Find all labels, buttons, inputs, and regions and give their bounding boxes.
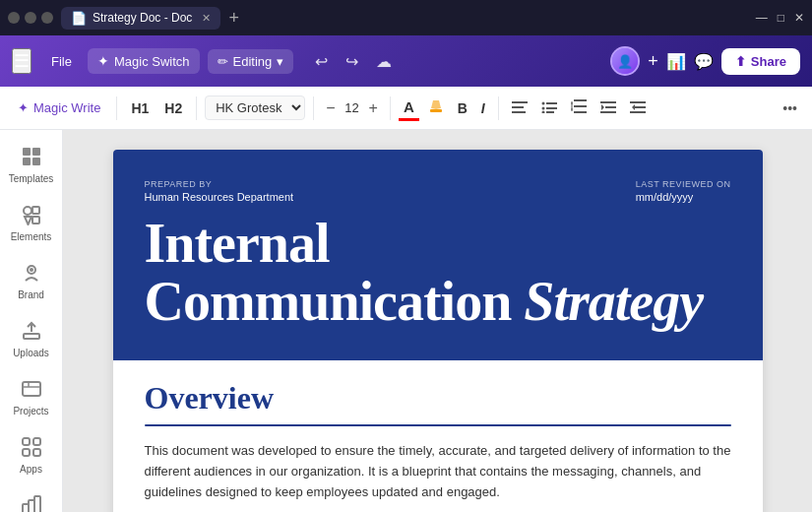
line-height-button[interactable] xyxy=(566,96,592,119)
active-tab[interactable]: 📄 Strategy Doc - Doc ✕ xyxy=(61,7,220,30)
sidebar-item-brand[interactable]: Brand xyxy=(4,254,59,308)
share-button[interactable]: ⬆ Share xyxy=(721,48,800,75)
nav-center-controls: ↩ ↪ ☁ xyxy=(309,48,398,75)
doc-title-line1: Internal xyxy=(145,215,731,273)
extra-icon xyxy=(21,494,42,512)
dot-1 xyxy=(8,12,20,24)
indent-button[interactable] xyxy=(595,96,621,119)
magic-switch-button[interactable]: ✦ Magic Switch xyxy=(88,48,200,74)
add-people-button[interactable]: + xyxy=(648,51,658,72)
font-size-increase[interactable]: + xyxy=(365,97,382,119)
sidebar: Templates Elements Brand Uploads Project… xyxy=(0,130,63,512)
maximize-button[interactable]: □ xyxy=(778,11,784,25)
svg-point-23 xyxy=(24,207,31,215)
editing-button[interactable]: ✏ Editing ▾ xyxy=(208,49,294,74)
sidebar-item-elements[interactable]: Elements xyxy=(4,196,59,250)
title-strategy: Strategy xyxy=(511,271,703,332)
apps-label: Apps xyxy=(20,464,42,475)
hamburger-menu[interactable]: ☰ xyxy=(12,48,31,74)
redo-button[interactable]: ↪ xyxy=(340,48,364,75)
font-size-control: − 12 + xyxy=(322,97,382,119)
svg-rect-5 xyxy=(546,102,557,104)
comments-button[interactable]: 💬 xyxy=(694,52,714,71)
window-controls xyxy=(8,12,53,24)
align-left-button[interactable] xyxy=(507,96,532,119)
prepared-by-section: PREPARED BY Human Resources Department xyxy=(145,179,294,203)
overview-title: Overview xyxy=(145,380,731,416)
svg-rect-0 xyxy=(430,109,442,112)
heading2-button[interactable]: H2 xyxy=(158,96,188,120)
add-tab-button[interactable]: + xyxy=(228,8,239,29)
doc-body: Overview This document was developed to … xyxy=(113,360,763,512)
italic-button[interactable]: I xyxy=(476,97,490,119)
magic-write-button[interactable]: ✦ Magic Write xyxy=(10,96,108,119)
text-color-button[interactable]: A xyxy=(399,96,419,121)
cloud-save-button[interactable]: ☁ xyxy=(370,48,398,75)
toolbar-divider-3 xyxy=(313,96,314,120)
close-button[interactable]: ✕ xyxy=(794,11,804,25)
highlight-button[interactable] xyxy=(423,96,449,120)
content-area[interactable]: PREPARED BY Human Resources Department L… xyxy=(63,130,812,512)
title-communication: Communication xyxy=(145,271,512,332)
apps-icon xyxy=(21,436,42,461)
undo-button[interactable]: ↩ xyxy=(309,48,334,75)
svg-point-8 xyxy=(541,111,544,114)
svg-rect-9 xyxy=(546,111,554,113)
svg-rect-11 xyxy=(574,105,587,107)
tab-label: Strategy Doc - Doc xyxy=(93,11,192,25)
svg-rect-20 xyxy=(32,148,40,156)
share-icon: ⬆ xyxy=(735,54,746,69)
sidebar-item-projects[interactable]: Projects xyxy=(4,370,59,424)
overview-italic: view xyxy=(213,380,274,416)
brand-icon xyxy=(21,262,42,287)
tab-doc-icon: 📄 xyxy=(71,11,87,26)
svg-rect-31 xyxy=(23,438,30,445)
analytics-button[interactable]: 📊 xyxy=(666,52,686,71)
svg-rect-34 xyxy=(33,449,40,456)
svg-rect-21 xyxy=(23,158,31,165)
bullet-list-button[interactable] xyxy=(536,96,562,119)
last-reviewed-section: LAST REVIEWED ON mm/dd/yyyy xyxy=(636,179,731,203)
dot-3 xyxy=(41,12,53,24)
main-layout: Templates Elements Brand Uploads Project… xyxy=(0,130,812,512)
dot-2 xyxy=(25,12,36,24)
projects-icon xyxy=(21,378,42,403)
sidebar-item-extra[interactable] xyxy=(4,486,59,512)
sidebar-item-templates[interactable]: Templates xyxy=(4,138,59,192)
avatar[interactable]: 👤 xyxy=(610,46,640,76)
templates-icon xyxy=(21,146,42,170)
more-options-button[interactable]: ••• xyxy=(778,97,802,119)
svg-point-6 xyxy=(541,107,544,110)
uploads-icon xyxy=(21,320,42,345)
font-size-value: 12 xyxy=(343,100,362,115)
svg-rect-1 xyxy=(512,101,528,103)
avatar-image: 👤 xyxy=(612,48,638,74)
font-size-decrease[interactable]: − xyxy=(322,97,339,119)
outdent-button[interactable] xyxy=(625,96,651,119)
doc-header: PREPARED BY Human Resources Department L… xyxy=(113,150,763,360)
svg-rect-22 xyxy=(32,158,40,165)
minimize-button[interactable]: — xyxy=(756,11,768,25)
tab-close-button[interactable]: ✕ xyxy=(202,12,211,25)
toolbar-divider-4 xyxy=(390,96,391,120)
elements-icon xyxy=(21,204,42,228)
sidebar-item-apps[interactable]: Apps xyxy=(4,428,59,482)
font-family-select[interactable]: HK Grotesk xyxy=(205,96,305,120)
magic-switch-icon: ✦ xyxy=(97,53,109,69)
toolbar-divider-1 xyxy=(116,96,117,120)
formatting-toolbar: ✦ Magic Write H1 H2 HK Grotesk − 12 + A … xyxy=(0,87,812,130)
heading1-button[interactable]: H1 xyxy=(125,96,155,120)
svg-rect-13 xyxy=(600,101,616,103)
bold-button[interactable]: B xyxy=(453,97,472,119)
prepared-by-label: PREPARED BY xyxy=(145,179,294,189)
nav-right-controls: 👤 + 📊 💬 ⬆ Share xyxy=(610,46,800,76)
svg-rect-16 xyxy=(630,101,646,103)
file-menu[interactable]: File xyxy=(43,50,80,73)
editing-chevron-icon: ▾ xyxy=(277,54,283,69)
editing-pencil-icon: ✏ xyxy=(218,54,228,69)
svg-rect-7 xyxy=(546,107,557,109)
toolbar-divider-2 xyxy=(196,96,197,120)
sidebar-item-uploads[interactable]: Uploads xyxy=(4,312,59,366)
svg-point-4 xyxy=(541,102,544,105)
overview-divider xyxy=(145,424,731,426)
